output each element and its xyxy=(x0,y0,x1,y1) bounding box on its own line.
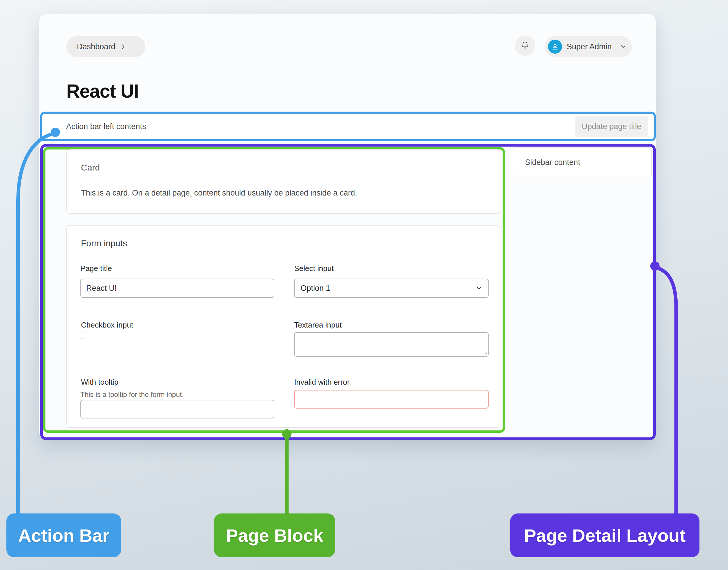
checkbox-field-label: Checkbox input xyxy=(81,321,133,330)
tooltip-field-input[interactable] xyxy=(80,400,274,418)
invalid-field-label: Invalid with error xyxy=(294,378,350,387)
chevron-down-icon xyxy=(620,43,627,50)
user-name: Super Admin xyxy=(567,42,615,51)
chevron-right-icon xyxy=(120,43,126,50)
bell-icon xyxy=(520,40,530,51)
invalid-field-input[interactable] xyxy=(294,390,489,408)
textarea-input[interactable] xyxy=(294,332,489,357)
card-body-text: This is a card. On a detail page, conten… xyxy=(81,189,357,198)
user-icon xyxy=(551,42,559,51)
avatar xyxy=(548,40,562,54)
page-detail-layout-badge: Page Detail Layout xyxy=(510,514,699,557)
sidebar-content-text: Sidebar content xyxy=(525,158,580,167)
tooltip-field-label: With tooltip xyxy=(81,378,118,387)
action-bar: Action bar left contents Update page tit… xyxy=(40,111,656,141)
select-input[interactable]: Option 1 xyxy=(294,279,489,298)
page-detail-connector-line xyxy=(656,267,676,515)
screenshot-canvas: Dashboard Super Admin React UI Action ba… xyxy=(0,0,728,570)
page-block-badge: Page Block xyxy=(214,514,335,557)
page-title: React UI xyxy=(66,80,139,102)
sidebar-content-card: Sidebar content xyxy=(512,148,652,177)
card-title: Card xyxy=(81,163,100,173)
action-bar-left-text: Action bar left contents xyxy=(66,122,575,131)
form-inputs-card: Form inputs Page title Select input Opti… xyxy=(66,225,500,428)
page-title-field-label: Page title xyxy=(80,264,112,273)
update-page-title-button[interactable]: Update page title xyxy=(575,116,648,137)
notifications-button[interactable] xyxy=(515,36,535,56)
select-value: Option 1 xyxy=(300,284,475,293)
select-field-label: Select input xyxy=(294,264,334,273)
card: Card This is a card. On a detail page, c… xyxy=(66,149,500,214)
breadcrumb-label: Dashboard xyxy=(77,42,115,51)
chevron-down-icon xyxy=(475,284,483,292)
action-bar-badge: Action Bar xyxy=(6,514,121,557)
checkbox-input[interactable] xyxy=(81,332,88,339)
user-menu[interactable]: Super Admin xyxy=(545,36,632,57)
page-title-input[interactable] xyxy=(80,279,274,298)
breadcrumb[interactable]: Dashboard xyxy=(66,36,145,57)
form-inputs-title: Form inputs xyxy=(81,238,127,248)
tooltip-text: This is a tooltip for the form input xyxy=(80,390,182,399)
textarea-field-label: Textarea input xyxy=(294,321,341,330)
